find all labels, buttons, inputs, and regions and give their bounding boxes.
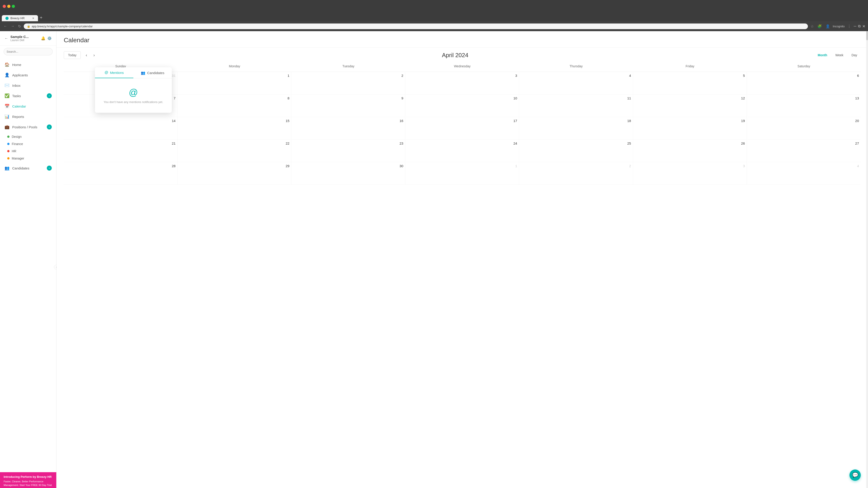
calendar-cell[interactable]: 13 <box>747 94 861 117</box>
notif-tab-mentions[interactable]: @ Mentions <box>95 67 133 78</box>
calendar-cell[interactable]: 24 <box>405 140 519 162</box>
sidebar-back-btn[interactable]: ← <box>4 36 8 40</box>
position-item-hr[interactable]: HR <box>0 148 56 155</box>
prev-month-btn[interactable]: ‹ <box>84 52 88 59</box>
calendar-body: 3112345678910111213141516171819202122232… <box>64 72 861 185</box>
address-bar[interactable]: 🔒 app.breezy.hr/app/c/sample-company/cal… <box>24 24 808 29</box>
position-item-design[interactable]: Design <box>0 133 56 140</box>
day-monday: Monday <box>178 63 291 70</box>
window-close-btn[interactable] <box>3 5 6 8</box>
calendar-cell[interactable]: 4 <box>747 162 861 185</box>
sidebar-item-calendar[interactable]: 📅 Calendar <box>0 101 56 111</box>
cell-number: 2 <box>293 74 403 77</box>
inbox-icon: ✉️ <box>4 83 9 88</box>
calendar-cell[interactable]: 3 <box>633 162 747 185</box>
back-btn[interactable]: ← <box>3 23 8 29</box>
search-input[interactable] <box>4 48 53 55</box>
cell-number: 8 <box>180 96 289 100</box>
calendar-cell[interactable]: 17 <box>405 117 519 140</box>
calendar-cell[interactable]: 10 <box>405 94 519 117</box>
calendar-cell[interactable]: 25 <box>519 140 633 162</box>
calendar-cell[interactable]: 19 <box>633 117 747 140</box>
sidebar-item-inbox[interactable]: ✉️ Inbox <box>0 80 56 91</box>
sidebar-item-label: Positions / Pools <box>12 125 37 129</box>
calendar-cell[interactable]: 16 <box>291 117 405 140</box>
sidebar-item-home[interactable]: 🏠 Home <box>0 59 56 70</box>
cell-number: 18 <box>521 119 631 123</box>
settings-gear-icon[interactable]: ⚙️ <box>47 36 52 40</box>
cell-number: 13 <box>749 96 859 100</box>
browser-nav-row: ← → ↻ 🔒 app.breezy.hr/app/c/sample-compa… <box>0 21 868 31</box>
today-btn[interactable]: Today <box>64 51 81 59</box>
calendar-cell[interactable]: 9 <box>291 94 405 117</box>
position-item-manager[interactable]: Manager <box>0 155 56 162</box>
notifications-bell-icon[interactable]: 🔔 <box>41 36 45 40</box>
chat-icon: 💬 <box>852 472 858 478</box>
empty-at-icon: @ <box>99 88 167 98</box>
calendar-cell[interactable]: 6 <box>747 72 861 94</box>
profile-btn[interactable]: 👤 <box>825 23 831 29</box>
scrollbar-track[interactable] <box>866 31 868 488</box>
active-tab[interactable]: Breezy HR ✕ <box>2 15 38 21</box>
calendar-cell[interactable]: 20 <box>747 117 861 140</box>
calendar-cell[interactable]: 18 <box>519 117 633 140</box>
window-min-btn[interactable] <box>7 5 10 8</box>
sidebar-item-reports[interactable]: 📊 Reports <box>0 111 56 122</box>
chat-button[interactable]: 💬 <box>849 469 861 481</box>
calendar-cell[interactable]: 3 <box>405 72 519 94</box>
week-view-btn[interactable]: Week <box>832 52 847 59</box>
reload-btn[interactable]: ↻ <box>17 23 22 29</box>
menu-btn[interactable]: ⋮ <box>846 23 852 29</box>
cell-number: 30 <box>293 164 403 168</box>
next-month-btn[interactable]: › <box>92 52 96 59</box>
sidebar-item-positions[interactable]: 💼 Positions / Pools + <box>0 122 56 132</box>
calendar-toolbar: Today ‹ › April 2024 Month Week Day <box>57 48 868 63</box>
design-dot <box>7 135 9 138</box>
calendar-cell[interactable]: 2 <box>519 162 633 185</box>
day-thursday: Thursday <box>519 63 633 70</box>
calendar-cell[interactable]: 2 <box>291 72 405 94</box>
calendar-cell[interactable]: 23 <box>291 140 405 162</box>
month-view-btn[interactable]: Month <box>814 52 831 59</box>
calendar-cell[interactable]: 27 <box>747 140 861 162</box>
manager-dot <box>7 157 9 160</box>
promo-title: Introducing Perform by Breezy HR <box>4 475 53 479</box>
extensions-btn[interactable]: 🧩 <box>816 23 823 29</box>
scrollbar-thumb[interactable] <box>866 31 868 40</box>
calendar-cell[interactable]: 14 <box>64 117 178 140</box>
sidebar-item-label: Inbox <box>12 84 21 88</box>
window-close-icon[interactable]: ✕ <box>862 24 865 29</box>
company-name: Sample C... <box>10 35 39 39</box>
calendar-cell[interactable]: 1 <box>405 162 519 185</box>
sidebar-item-applicants[interactable]: 👤 Applicants <box>0 70 56 80</box>
calendar-cell[interactable]: 11 <box>519 94 633 117</box>
calendar-grid: Sunday Monday Tuesday Wednesday Thursday… <box>57 63 868 185</box>
cell-number: 3 <box>635 164 745 168</box>
calendar-cell[interactable]: 30 <box>291 162 405 185</box>
window-minimize-icon[interactable]: ─ <box>854 24 856 28</box>
calendar-cell[interactable]: 12 <box>633 94 747 117</box>
promo-banner[interactable]: Introducing Perform by Breezy HR Faster,… <box>0 472 56 488</box>
calendar-cell[interactable]: 26 <box>633 140 747 162</box>
notif-tab-candidates[interactable]: 👥 Candidates <box>133 67 172 78</box>
sidebar-item-label: Home <box>12 63 21 67</box>
calendar-cell[interactable]: 1 <box>178 72 291 94</box>
calendar-cell[interactable]: 22 <box>178 140 291 162</box>
calendar-cell[interactable]: 21 <box>64 140 178 162</box>
sidebar-item-candidates[interactable]: 👥 Candidates + <box>0 163 56 173</box>
bookmark-btn[interactable]: ☆ <box>810 23 815 29</box>
tab-close-btn[interactable]: ✕ <box>32 17 34 20</box>
calendar-cell[interactable]: 15 <box>178 117 291 140</box>
calendar-cell[interactable]: 8 <box>178 94 291 117</box>
day-view-btn[interactable]: Day <box>848 52 861 59</box>
position-item-finance[interactable]: Finance <box>0 140 56 148</box>
new-tab-btn[interactable]: + <box>38 14 44 21</box>
calendar-cell[interactable]: 28 <box>64 162 178 185</box>
calendar-cell[interactable]: 4 <box>519 72 633 94</box>
window-max-btn[interactable] <box>12 5 15 8</box>
calendar-cell[interactable]: 5 <box>633 72 747 94</box>
window-restore-icon[interactable]: ⧉ <box>858 24 861 28</box>
calendar-cell[interactable]: 29 <box>178 162 291 185</box>
forward-btn[interactable]: → <box>10 23 16 29</box>
sidebar-item-tasks[interactable]: ✅ Tasks + <box>0 91 56 101</box>
